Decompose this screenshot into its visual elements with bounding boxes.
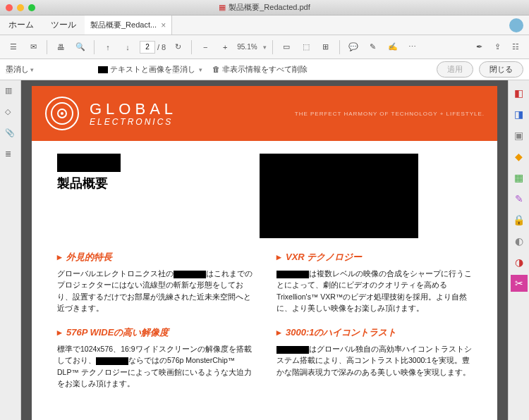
page-content: 製品概要 ▸外見的特長 グローバルエレクトロニクス社のはこれまでのプロジェクター… (32, 141, 497, 414)
main-toolbar: ☰ ✉ 🖶 🔍 ↑ ↓ / 8 ↻ − + 95.1%▾ ▭ ⬚ ⊞ 💬 ✎ ✍… (0, 35, 529, 59)
layers-icon[interactable]: ≣ (5, 149, 16, 161)
window-title: ▦ 製品概要_Redacted.pdf (219, 2, 310, 13)
close-tab-icon[interactable]: × (161, 20, 166, 30)
remove-hidden-info-button[interactable]: 🗑 非表示情報をすべて削除 (212, 64, 308, 75)
page-input[interactable] (140, 41, 155, 54)
tab-tools[interactable]: ツール (42, 16, 85, 35)
export-pdf-icon[interactable]: ▣ (511, 127, 528, 144)
print-button[interactable]: 🖶 (53, 39, 68, 55)
page-down-button[interactable]: ↓ (120, 39, 135, 55)
right-panel-button[interactable]: ☷ (508, 39, 523, 55)
comment-tool-icon[interactable]: ◆ (511, 148, 528, 165)
page-up-button[interactable]: ↑ (100, 39, 116, 55)
document-viewport[interactable]: GLOBAL ELECTRONICS THE PERFECT HARMONY O… (21, 80, 508, 420)
section-heading: ▸3000:1のハイコントラスト (276, 326, 472, 339)
stamp-button[interactable]: ✍ (385, 39, 401, 55)
pdf-page: GLOBAL ELECTRONICS THE PERFECT HARMONY O… (32, 86, 497, 420)
disclaimer-text: Any reference to Global Electronics, Inc… (32, 414, 497, 420)
pdf-icon: ▦ (219, 3, 226, 12)
create-pdf-icon[interactable]: ◧ (511, 85, 528, 101)
compare-icon[interactable]: ◑ (511, 254, 528, 271)
minimize-window-button[interactable] (17, 4, 24, 11)
document-title: 製品概要 (57, 175, 238, 192)
tab-document-label: 製品概要_Redact... (90, 20, 157, 30)
sidebar-toggle-button[interactable]: ☰ (6, 39, 21, 55)
fit-page-button[interactable]: ⊞ (318, 39, 334, 55)
redaction-toolbar: 墨消し▾ テキストと画像を墨消し ▾ 🗑 非表示情報をすべて削除 適用 閉じる (0, 59, 529, 80)
zoom-level[interactable]: 95.1% (237, 43, 257, 51)
zoom-window-button[interactable] (28, 4, 35, 11)
hand-tool-button[interactable]: ↻ (170, 39, 186, 55)
more-button[interactable]: ⋯ (405, 39, 420, 55)
organize-icon[interactable]: ▦ (511, 169, 528, 186)
thumbnails-icon[interactable]: ▥ (5, 86, 16, 97)
edit-pdf-icon[interactable]: ◨ (511, 106, 528, 123)
redact-tool-icon[interactable]: ✂ (511, 275, 528, 292)
search-button[interactable]: 🔍 (73, 39, 88, 55)
window-title-text: 製品概要_Redacted.pdf (229, 2, 310, 13)
section-body: はグローバル独自の高効率ハイコントラストシステム搭載により、高コントラスト比30… (276, 343, 472, 378)
tab-home[interactable]: ホーム (0, 16, 42, 35)
zoom-in-button[interactable]: + (217, 39, 233, 55)
share-button[interactable]: ⇪ (490, 39, 505, 55)
app-tabs: ホーム ツール 製品概要_Redact... × (0, 16, 529, 35)
section-heading: ▸外見的特長 (57, 251, 253, 264)
sign-button[interactable]: ✒ (471, 39, 487, 55)
brand-logo-icon (44, 96, 80, 131)
brand-tagline: THE PERFECT HARMONY OF TECHNOLOGY + LIFE… (295, 111, 485, 117)
window-titlebar: ▦ 製品概要_Redacted.pdf (0, 0, 529, 16)
brand-text: GLOBAL ELECTRONICS (90, 100, 177, 127)
brand-line2: ELECTRONICS (90, 117, 177, 127)
fill-sign-icon[interactable]: ✎ (511, 190, 528, 207)
save-button[interactable]: ✉ (25, 39, 41, 55)
redaction-box (260, 154, 418, 238)
highlight-button[interactable]: ✎ (365, 39, 381, 55)
section-body: は複数レベルの映像の合成をシャープに行うことによって、劇的にビデオのクオリティを… (276, 268, 472, 314)
workspace: ▥ ◇ 📎 ≣ GLOBAL ELECTRONICS THE PERFECT H… (0, 80, 529, 420)
section-heading: ▸576P WIDEの高い解像度 (57, 326, 253, 339)
page-header: GLOBAL ELECTRONICS THE PERFECT HARMONY O… (32, 86, 497, 141)
page-total: / 8 (157, 43, 166, 51)
redaction-label: 墨消し (6, 64, 29, 75)
apply-button[interactable]: 適用 (437, 61, 473, 78)
attachment-icon[interactable]: 📎 (5, 128, 16, 140)
comment-button[interactable]: 💬 (346, 39, 361, 55)
brand-line1: GLOBAL (90, 100, 177, 118)
tab-document[interactable]: 製品概要_Redact... × (85, 16, 172, 35)
right-tool-rail: ◧ ◨ ▣ ◆ ▦ ✎ 🔒 ◐ ◑ ✂ (508, 80, 529, 420)
page-indicator: / 8 (140, 41, 166, 54)
section-body: 標準で1024x576、16:9ワイドスクリーンの解像度を搭載しており、ならでは… (57, 343, 253, 389)
optimize-icon[interactable]: ◐ (511, 233, 528, 249)
zoom-out-button[interactable]: − (197, 39, 213, 55)
close-window-button[interactable] (6, 4, 13, 11)
close-toolbar-button[interactable]: 閉じる (479, 61, 523, 78)
fit-width-button[interactable]: ⬚ (298, 39, 314, 55)
redaction-box (57, 154, 121, 172)
section-heading: ▸VXR テクノロジー (276, 251, 472, 264)
redact-text-image-button[interactable]: テキストと画像を墨消し ▾ (98, 64, 202, 75)
user-avatar[interactable] (509, 18, 523, 32)
bookmark-icon[interactable]: ◇ (5, 107, 16, 118)
section-body: グローバルエレクトロニクス社のはこれまでのプロジェクターにはない流線型の斬新な形… (57, 268, 253, 314)
select-tool-button[interactable]: ▭ (279, 39, 294, 55)
left-nav-rail: ▥ ◇ 📎 ≣ (0, 80, 21, 420)
protect-icon[interactable]: 🔒 (511, 211, 528, 228)
svg-point-3 (61, 112, 63, 115)
